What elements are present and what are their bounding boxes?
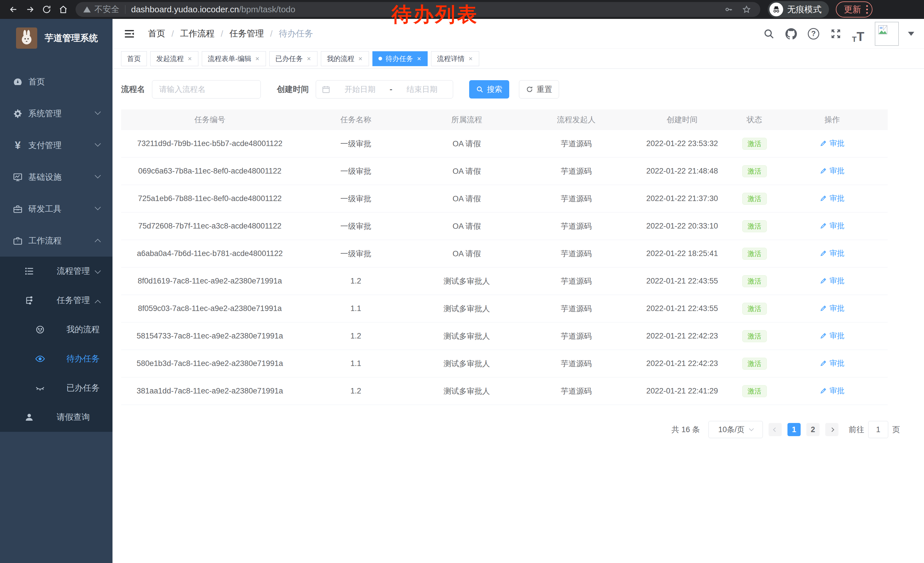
face-icon [34,324,46,335]
cell-process: 测试多审批人 [413,359,520,369]
cell-actions: 审批 [777,221,888,232]
prev-page-button[interactable] [769,423,782,436]
cell-actions: 审批 [777,276,888,287]
pagination-total: 共 16 条 [672,424,700,435]
cell-created: 2022-01-22 20:33:10 [632,222,732,231]
sidebar-collapse-button[interactable] [122,27,136,41]
sidebar-item-workflow[interactable]: 工作流程 [0,225,112,257]
cell-status: 激活 [732,385,777,397]
close-icon[interactable]: × [255,55,260,62]
chevron-right-icon [830,427,834,432]
close-icon[interactable]: × [468,55,473,62]
help-button[interactable]: ? [804,25,823,43]
page-size-select[interactable]: 10条/页 [708,421,763,438]
sidebar-item-infrastructure[interactable]: 基础设施 [0,161,112,193]
goto-page-input[interactable] [868,421,888,438]
browser-forward-button[interactable] [22,1,38,18]
sidebar-item-home[interactable]: 首页 [0,66,112,98]
tab-home[interactable]: 首页 [121,51,147,66]
tab-process-detail[interactable]: 流程详情× [431,51,479,66]
cell-task-name: 1.1 [298,359,413,368]
sidebar-item-leave-query[interactable]: 请假查询 [0,402,112,432]
user-menu-caret-icon[interactable] [908,32,914,36]
sidebar-item-process-management[interactable]: 流程管理 [0,257,112,286]
close-icon[interactable]: × [358,55,363,62]
close-icon[interactable]: × [417,55,422,62]
header-search-button[interactable] [760,25,778,43]
cell-initiator: 芋道源码 [520,139,632,149]
edit-pencil-icon [820,277,827,284]
sidebar-item-my-process[interactable]: 我的流程 [0,315,112,344]
page-button-2[interactable]: 2 [806,423,819,436]
approve-link[interactable]: 审批 [820,303,844,313]
sidebar-item-task-management[interactable]: 任务管理 [0,286,112,315]
table-row: 725a1eb6-7b88-11ec-8ef0-acde48001122 一级审… [121,185,888,213]
bookmark-star-button[interactable] [740,3,753,16]
fullscreen-button[interactable] [826,25,845,43]
tab-process-form-edit[interactable]: 流程表单-编辑× [202,51,266,66]
chevron-up-icon [95,300,101,306]
close-icon[interactable]: × [187,55,192,62]
cell-task-name: 一级审批 [298,166,413,176]
security-chip[interactable]: 不安全 [83,4,119,15]
warning-icon [83,6,91,14]
tab-todo-tasks[interactable]: 待办任务× [372,51,428,66]
cell-status: 激活 [732,358,777,370]
next-page-button[interactable] [825,423,838,436]
password-key-button[interactable] [723,3,735,16]
font-size-button[interactable]: TT [849,25,867,43]
status-badge: 激活 [742,248,767,260]
cell-initiator: 芋道源码 [520,221,632,231]
date-range-picker[interactable]: 开始日期 - 结束日期 [316,80,453,99]
sidebar-item-done-tasks[interactable]: 已办任务 [0,374,112,402]
breadcrumb-workflow[interactable]: 工作流程 [180,28,214,39]
browser-home-button[interactable] [55,1,72,18]
back-arrow-icon [9,5,18,14]
update-button[interactable]: 更新 [836,2,873,18]
github-button[interactable] [782,25,800,43]
url-bar[interactable]: 不安全 dashboard.yudao.iocoder.cn/bpm/task/… [76,2,760,17]
sidebar-item-todo-tasks[interactable]: 待办任务 [0,344,112,374]
approve-link[interactable]: 审批 [820,358,844,368]
approve-link[interactable]: 审批 [820,276,844,286]
tab-start-process[interactable]: 发起流程× [150,51,198,66]
sidebar-item-dev-tools[interactable]: 研发工具 [0,193,112,225]
approve-link[interactable]: 审批 [820,138,844,148]
cell-actions: 审批 [777,193,888,204]
sidebar-logo-row[interactable]: 芋道管理系统 [0,19,112,52]
cell-task-id: 580e1b3d-7ac8-11ec-a9e2-a2380e71991a [121,359,298,368]
process-name-input[interactable] [152,80,261,99]
reset-button[interactable]: 重置 [519,80,559,99]
approve-link[interactable]: 审批 [820,221,844,231]
browser-back-button[interactable] [5,1,22,18]
sidebar-item-payment[interactable]: ¥ 支付管理 [0,129,112,161]
cell-task-id: 75d72608-7b7f-11ec-a3c8-acde48001122 [121,222,298,231]
close-icon[interactable]: × [306,55,311,62]
cell-actions: 审批 [777,166,888,177]
breadcrumb-home[interactable]: 首页 [148,28,165,39]
tab-done-tasks[interactable]: 已办任务× [269,51,318,66]
edit-pencil-icon [820,222,827,230]
cell-status: 激活 [732,303,777,315]
search-button[interactable]: 搜索 [469,80,509,99]
tags-view-bar: 首页 发起流程× 流程表单-编辑× 已办任务× 我的流程× 待办任务× 流程详情… [112,49,924,69]
col-process: 所属流程 [413,114,520,125]
todo-task-table: 任务编号 任务名称 所属流程 流程发起人 创建时间 状态 操作 73211d9d… [121,110,888,405]
tab-my-process[interactable]: 我的流程× [321,51,369,66]
browser-menu-dots-icon[interactable] [866,5,868,14]
breadcrumb-task-management[interactable]: 任务管理 [230,28,264,39]
browser-reload-button[interactable] [38,1,55,18]
approve-link[interactable]: 审批 [820,331,844,341]
cell-actions: 审批 [777,331,888,342]
approve-link[interactable]: 审批 [820,386,844,396]
browser-chrome: 不安全 dashboard.yudao.iocoder.cn/bpm/task/… [0,0,924,19]
approve-link[interactable]: 审批 [820,166,844,176]
sidebar-item-system[interactable]: 系统管理 [0,98,112,129]
page-button-1[interactable]: 1 [788,423,801,436]
approve-link[interactable]: 审批 [820,248,844,258]
approve-link[interactable]: 审批 [820,193,844,203]
topbar-actions: ? TT [760,22,914,46]
status-badge: 激活 [742,358,767,370]
process-name-label: 流程名 [121,84,145,95]
user-avatar[interactable] [875,22,899,46]
